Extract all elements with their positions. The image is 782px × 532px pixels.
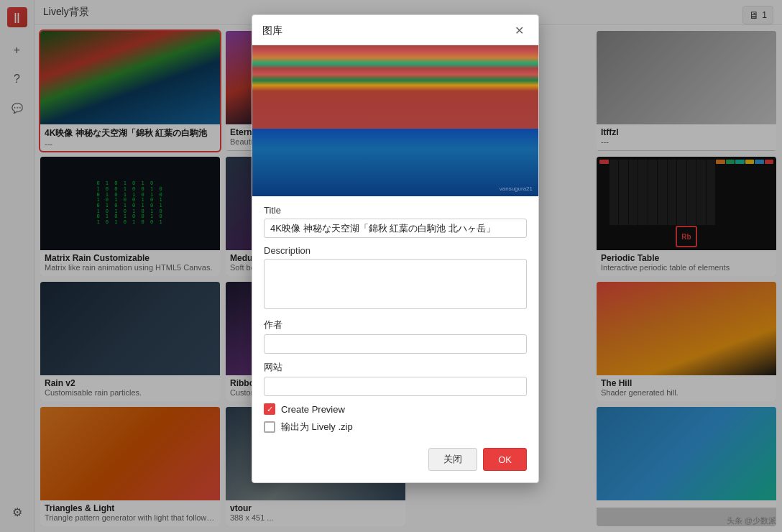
description-field-group: Description xyxy=(264,245,527,311)
modal-preview-water xyxy=(252,129,538,197)
author-field-group: 作者 xyxy=(264,318,527,354)
create-preview-checkbox[interactable]: ✓ xyxy=(264,403,275,415)
export-zip-label: 输出为 Lively .zip xyxy=(281,421,353,434)
modal-close-button[interactable]: ✕ xyxy=(510,22,528,39)
checkmark-icon: ✓ xyxy=(267,405,273,413)
description-textarea[interactable] xyxy=(264,259,527,309)
author-input[interactable] xyxy=(264,334,527,354)
create-preview-label: Create Preview xyxy=(281,404,345,415)
modal-header: 图库 ✕ xyxy=(252,15,538,45)
modal-preview-trees xyxy=(252,45,538,129)
website-field-group: 网站 xyxy=(264,361,527,396)
create-preview-row: ✓ Create Preview xyxy=(264,403,527,415)
modal-footer: 关闭 OK xyxy=(252,439,538,471)
author-label: 作者 xyxy=(264,318,527,331)
title-input[interactable] xyxy=(264,219,527,238)
modal-title: 图库 xyxy=(262,24,282,37)
export-zip-checkbox[interactable]: ✓ xyxy=(264,421,275,433)
website-label: 网站 xyxy=(264,361,527,374)
description-label: Description xyxy=(264,245,527,256)
modal-preview-image: vansugura21 xyxy=(252,45,538,196)
title-field-group: Title xyxy=(264,205,527,238)
export-zip-row: ✓ 输出为 Lively .zip xyxy=(264,421,527,434)
modal-dialog: 图库 ✕ vansugura21 Title Description xyxy=(252,14,539,483)
modal-body: Title Description 作者 网站 ✓ xyxy=(252,196,538,434)
title-label: Title xyxy=(264,205,527,216)
close-button[interactable]: 关闭 xyxy=(428,448,477,471)
modal-preview-watermark: vansugura21 xyxy=(500,185,533,192)
ok-button[interactable]: OK xyxy=(483,448,527,471)
website-input[interactable] xyxy=(264,377,527,396)
